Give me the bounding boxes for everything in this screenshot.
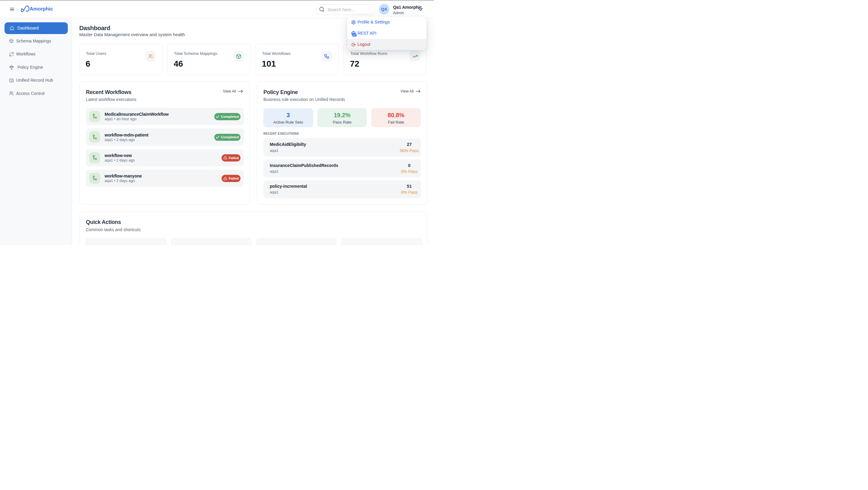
svg-text:API: API bbox=[353, 34, 356, 36]
